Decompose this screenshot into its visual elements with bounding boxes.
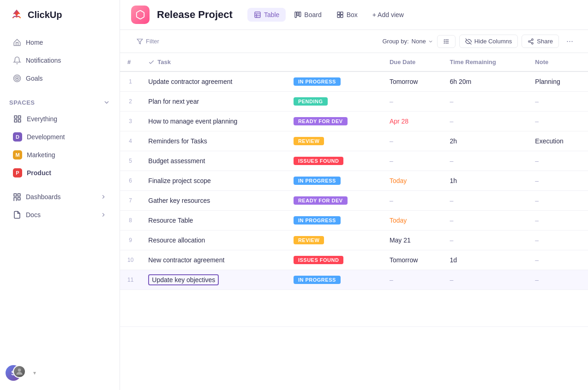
status-badge[interactable]: IN PROGRESS — [294, 77, 341, 86]
task-name: Reminders for Tasks — [148, 137, 207, 145]
status-badge[interactable]: ISSUES FOUND — [294, 256, 344, 264]
table-row: 10New contractor agreementISSUES FOUNDTo… — [120, 250, 588, 270]
status-badge[interactable]: IN PROGRESS — [294, 276, 341, 284]
note: – — [535, 236, 539, 244]
svg-rect-4 — [18, 116, 21, 118]
table-row: 8Resource TableIN PROGRESSToday–– — [120, 211, 588, 230]
svg-line-32 — [530, 40, 532, 41]
status-cell[interactable]: ISSUES FOUND — [286, 250, 382, 270]
note: – — [535, 98, 539, 105]
time-remaining-cell: 6h 20m — [443, 71, 528, 92]
task-name: Gather key resources — [148, 197, 210, 204]
task-name-cell[interactable]: Update contractor agreement — [141, 71, 286, 92]
task-name-cell[interactable]: Plan for next year — [141, 92, 286, 112]
share-button[interactable]: Share — [522, 35, 559, 48]
task-name: Finalize project scope — [148, 177, 210, 184]
status-cell[interactable]: REVIEW — [286, 230, 382, 250]
task-name: Resource allocation — [148, 236, 205, 244]
toolbar: Filter Group by: None — [120, 30, 588, 53]
status-badge[interactable]: PENDING — [294, 97, 328, 106]
status-cell[interactable]: ISSUES FOUND — [286, 151, 382, 171]
status-cell[interactable]: IN PROGRESS — [286, 270, 382, 290]
time-remaining: – — [450, 98, 454, 105]
svg-point-1 — [15, 77, 19, 81]
task-name-cell[interactable]: Budget assessment — [141, 151, 286, 171]
status-badge[interactable]: IN PROGRESS — [294, 177, 341, 185]
more-button[interactable]: ··· — [563, 34, 577, 49]
task-name-cell[interactable]: Update key objectives — [141, 270, 286, 290]
hide-columns-button[interactable]: Hide Columns — [459, 35, 518, 48]
status-cell[interactable]: PENDING — [286, 92, 382, 112]
sidebar-item-dashboards[interactable]: Dashboards — [4, 188, 116, 206]
status-badge[interactable]: ISSUES FOUND — [294, 157, 344, 165]
sort-button[interactable] — [437, 35, 456, 48]
filter-button[interactable]: Filter — [131, 35, 165, 47]
sidebar-item-marketing[interactable]: M Marketing — [4, 146, 116, 164]
sidebar-item-notifications[interactable]: Notifications — [4, 52, 116, 69]
task-name-cell[interactable]: Resource Table — [141, 211, 286, 230]
spaces-section-header[interactable]: Spaces — [9, 99, 110, 106]
status-cell[interactable]: READY FOR DEV — [286, 191, 382, 211]
status-cell[interactable]: REVIEW — [286, 131, 382, 151]
table-row: 1Update contractor agreementIN PROGRESST… — [120, 71, 588, 92]
task-name-cell[interactable]: Resource allocation — [141, 230, 286, 250]
sidebar-item-docs[interactable]: Docs — [4, 206, 116, 224]
group-by-value-button[interactable]: None — [412, 38, 433, 45]
status-cell[interactable]: READY FOR DEV — [286, 112, 382, 131]
tab-box[interactable]: Box — [330, 8, 364, 22]
table-row: 11Update key objectivesIN PROGRESS––– — [120, 270, 588, 290]
sidebar-item-development[interactable]: D Development — [4, 128, 116, 146]
note-cell: – — [528, 112, 588, 131]
tab-box-label: Box — [347, 11, 358, 18]
main-nav: Home Notifications Goals — [0, 30, 120, 91]
svg-rect-5 — [14, 120, 17, 122]
svg-marker-23 — [137, 39, 143, 44]
task-name: Resource Table — [148, 217, 193, 224]
due-date: – — [390, 98, 393, 105]
time-remaining-cell: – — [443, 230, 528, 250]
status-badge[interactable]: REVIEW — [294, 137, 324, 145]
row-num: 11 — [120, 270, 141, 290]
user-profile[interactable]: S ▾ — [0, 361, 120, 384]
task-name-cell[interactable]: Gather key resources — [141, 191, 286, 211]
sidebar-item-everything[interactable]: Everything — [4, 110, 116, 128]
task-name-editing[interactable]: Update key objectives — [148, 274, 219, 285]
row-num: 9 — [120, 230, 141, 250]
due-date-cell: Tomorrow — [382, 71, 443, 92]
status-badge[interactable]: IN PROGRESS — [294, 216, 341, 225]
sidebar: ClickUp Home Notifications — [0, 0, 120, 390]
check-icon — [148, 59, 155, 65]
status-badge[interactable]: READY FOR DEV — [294, 117, 348, 125]
view-tabs: Table Board Box + Add — [247, 8, 410, 22]
status-cell[interactable]: IN PROGRESS — [286, 171, 382, 191]
status-badge[interactable]: REVIEW — [294, 236, 324, 244]
product-label: Product — [27, 169, 51, 177]
sidebar-item-goals[interactable]: Goals — [4, 70, 116, 87]
svg-rect-19 — [337, 12, 340, 14]
status-badge[interactable]: READY FOR DEV — [294, 196, 348, 205]
svg-rect-8 — [18, 194, 20, 196]
due-date-cell: Tomorrow — [382, 250, 443, 270]
time-remaining-cell: – — [443, 270, 528, 290]
time-remaining: 2h — [450, 137, 457, 145]
status-cell[interactable]: IN PROGRESS — [286, 211, 382, 230]
task-name-cell[interactable]: Reminders for Tasks — [141, 131, 286, 151]
status-cell[interactable]: IN PROGRESS — [286, 71, 382, 92]
tab-table[interactable]: Table — [247, 8, 286, 22]
note: – — [535, 256, 539, 264]
logo[interactable]: ClickUp — [0, 0, 120, 30]
sidebar-item-home[interactable]: Home — [4, 34, 116, 51]
tab-board[interactable]: Board — [288, 8, 328, 22]
chevron-right-docs-icon — [100, 212, 107, 218]
add-view-button[interactable]: + Add view — [366, 8, 410, 22]
task-name-cell[interactable]: New contractor agreement — [141, 250, 286, 270]
docs-icon — [13, 211, 21, 219]
svg-point-30 — [532, 42, 534, 44]
task-name-cell[interactable]: Finalize project scope — [141, 171, 286, 191]
note-cell: – — [528, 230, 588, 250]
sidebar-item-product[interactable]: P Product — [4, 164, 116, 182]
svg-rect-20 — [340, 12, 342, 14]
task-name-cell[interactable]: How to manage event planning — [141, 112, 286, 131]
due-date-cell: Apr 28 — [382, 112, 443, 131]
time-remaining-cell: – — [443, 112, 528, 131]
